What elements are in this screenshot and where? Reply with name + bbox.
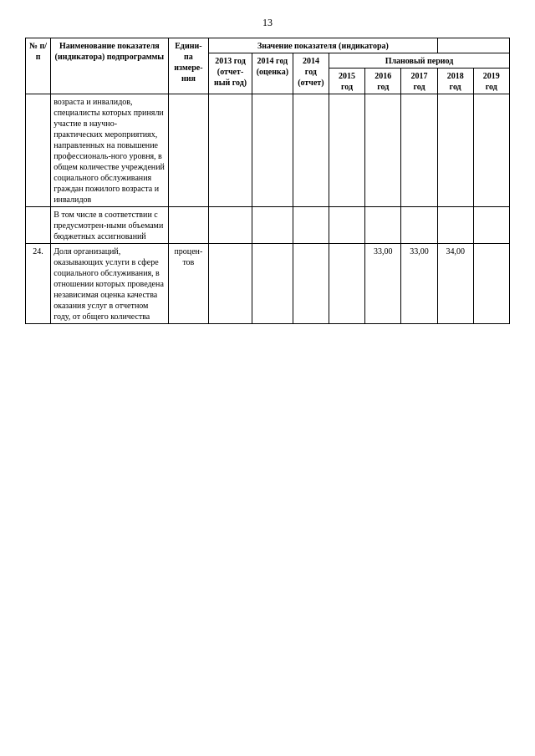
row-cont-2014r — [293, 94, 329, 207]
row-sub-2015 — [329, 207, 364, 244]
row-cont-2016 — [365, 94, 401, 207]
row-24-2016: 33,00 — [365, 244, 401, 324]
row-24-num: 24. — [26, 244, 51, 324]
main-table: № п/п Наименование показателя (индикатор… — [25, 38, 510, 324]
col-2015-header: 2015 год — [329, 68, 364, 94]
row-cont-2015 — [329, 94, 364, 207]
col-2013-header: 2013 год (отчет-ный год) — [209, 53, 252, 94]
row-24-2019 — [473, 244, 509, 324]
row-sub-2018 — [437, 207, 473, 244]
row-24-2013 — [209, 244, 252, 324]
table-row: возраста и инвалидов, специалисты которы… — [26, 94, 510, 207]
value-span-header: Значение показателя (индикатора) — [209, 38, 437, 53]
row-cont-2014o — [252, 94, 293, 207]
planned-period-header: Плановый период — [329, 53, 509, 68]
row-sub-name: В том числе в соответствии с предусмотре… — [51, 207, 168, 244]
row-cont-name: возраста и инвалидов, специалисты которы… — [51, 94, 168, 207]
col-name-header: Наименование показателя (индикатора) под… — [51, 38, 168, 94]
row-24-2018: 34,00 — [437, 244, 473, 324]
row-24-unit: процен-тов — [168, 244, 209, 324]
col-2016-header: 2016 год — [365, 68, 401, 94]
row-sub-2014o — [252, 207, 293, 244]
header-row-1: № п/п Наименование показателя (индикатор… — [26, 38, 510, 53]
row-24-2014r — [293, 244, 329, 324]
table-row: 24. Доля организаций, оказывающих услуги… — [26, 244, 510, 324]
row-sub-2014r — [293, 207, 329, 244]
row-cont-unit — [168, 94, 209, 207]
col-num-header: № п/п — [26, 38, 51, 94]
row-cont-num — [26, 94, 51, 207]
row-cont-2018 — [437, 94, 473, 207]
col-2014-ocenka-header: 2014 год (оценка) — [252, 53, 293, 94]
row-sub-2017 — [401, 207, 437, 244]
row-sub-2019 — [473, 207, 509, 244]
row-cont-2017 — [401, 94, 437, 207]
row-cont-2019 — [473, 94, 509, 207]
col-2018-header: 2018 год — [437, 68, 473, 94]
row-sub-unit — [168, 207, 209, 244]
row-24-2014o — [252, 244, 293, 324]
table-row: В том числе в соответствии с предусмотре… — [26, 207, 510, 244]
row-24-2017: 33,00 — [401, 244, 437, 324]
row-cont-2013 — [209, 94, 252, 207]
row-sub-2016 — [365, 207, 401, 244]
col-2019-header: 2019 год — [473, 68, 509, 94]
row-24-name: Доля организаций, оказывающих услуги в с… — [51, 244, 168, 324]
row-sub-num — [26, 207, 51, 244]
col-2017-header: 2017 год — [401, 68, 437, 94]
page-number: 13 — [25, 17, 510, 29]
col-2014-otchet-header: 2014 год (отчет) — [293, 53, 329, 94]
col-unit-header: Едини-па измере-ния — [168, 38, 209, 94]
row-sub-2013 — [209, 207, 252, 244]
row-24-2015 — [329, 244, 364, 324]
